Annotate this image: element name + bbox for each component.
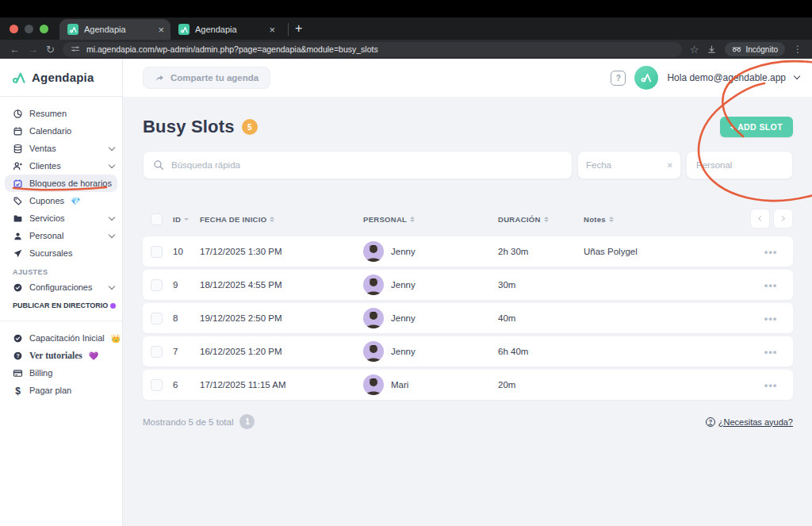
sidebar-item-ventas[interactable]: Ventas [0,140,122,157]
pie-chart-icon [13,109,23,119]
column-header-fecha-de-inicio[interactable]: FECHA DE INICIO [200,215,363,224]
new-tab-button[interactable]: + [295,21,302,40]
row-checkbox[interactable] [151,279,163,291]
sidebar-item-cupones[interactable]: Cupones 💎 [0,192,122,209]
reload-button[interactable]: ↻ [46,44,55,55]
forward-button[interactable]: → [28,44,38,55]
brand: Agendapia [0,59,122,97]
table-row[interactable]: 10 17/12/2025 1:30 PM Jenny 2h 30m Uñas … [143,236,793,267]
table-row[interactable]: 6 17/12/2025 11:15 AM Mari 20m ••• [143,370,793,400]
address-bar[interactable]: mi.agendapia.com/wp-admin/admin.php?page… [63,42,682,57]
date-filter-input[interactable] [586,160,665,170]
date-filter-box[interactable]: × [577,151,681,179]
close-tab-icon[interactable]: × [269,25,275,35]
quick-search-box[interactable] [143,151,573,179]
close-window-button[interactable] [10,25,18,33]
share-agenda-button[interactable]: Comparte tu agenda [143,67,270,89]
busy-slots-page: Busy Slots 5 + ADD SLOT × [123,97,812,526]
site-settings-icon[interactable] [71,44,80,54]
user-greeting[interactable]: Hola demo@agendable.app [667,72,786,83]
column-header-duracion[interactable]: DURACIÓN [498,215,584,224]
row-actions-icon[interactable]: ••• [756,246,785,258]
user-icon [13,231,23,241]
sidebar-item-resumen[interactable]: Resumen [0,105,122,122]
sidebar-nav: Resumen Calendario Ventas Clientes [0,97,122,399]
search-input[interactable] [171,160,562,170]
check-circle-icon [13,282,23,293]
browser-tab-active[interactable]: Agendapia × [59,19,170,40]
sidebar-item-pagar-plan[interactable]: $ Pagar plan [0,382,122,399]
clear-date-icon[interactable]: × [668,160,672,170]
zoom-window-button[interactable] [40,25,48,33]
dollar-icon: $ [13,386,23,396]
sidebar-item-sucursales[interactable]: Sucursales [0,244,122,262]
cell-id: 7 [173,347,200,356]
agendapia-favicon [67,24,79,35]
bookmark-star-icon[interactable]: ☆ [690,44,699,55]
avatar [363,308,384,328]
chevron-down-icon [109,161,115,167]
sidebar-item-ver-tutoriales[interactable]: Ver tutoriales 💜 [0,347,122,364]
sidebar-item-label: Configuraciones [29,282,93,292]
page-number-badge[interactable]: 1 [239,414,255,429]
personal-filter-input[interactable] [696,160,783,170]
table-row[interactable]: 9 18/12/2025 4:55 PM Jenny 30m ••• [143,270,793,300]
gem-emoji: 💎 [71,197,80,205]
agendapia-logo-icon [11,70,27,86]
sidebar-item-servicios[interactable]: Servicios [0,209,122,227]
column-header-id[interactable]: ID [173,215,200,224]
question-circle-icon [13,351,23,361]
need-help-link[interactable]: ? ¿Necesitas ayuda? [706,417,793,427]
cell-start: 17/12/2025 1:30 PM [200,247,363,256]
add-slot-button[interactable]: + ADD SLOT [720,117,793,137]
sidebar-item-label: Ventas [29,144,56,153]
minimize-window-button[interactable] [25,25,33,33]
sidebar-item-publicar-en-directorio[interactable]: PUBLICAR EN DIRECTORIO [0,296,122,309]
browser-toolbar: ← → ↻ mi.agendapia.com/wp-admin/admin.ph… [0,40,812,59]
sidebar-item-clientes[interactable]: Clientes [0,157,122,175]
table-row[interactable]: 7 16/12/2025 1:20 PM Jenny 6h 40m ••• [143,336,793,367]
user-avatar[interactable] [634,66,658,90]
chevron-down-icon[interactable] [794,73,800,79]
row-actions-icon[interactable]: ••• [756,346,785,358]
row-actions-icon[interactable]: ••• [756,313,785,324]
cell-duration: 20m [498,380,584,390]
table-row[interactable]: 8 19/12/2025 2:50 PM Jenny 40m ••• [143,303,793,333]
row-checkbox[interactable] [151,346,163,358]
browser-menu-icon[interactable]: ⋮ [793,44,802,55]
sidebar-item-bloqueos-de-horarios[interactable]: Bloqueos de horarios [5,175,117,192]
row-checkbox[interactable] [151,379,163,391]
cell-start: 16/12/2025 1:20 PM [200,347,363,356]
cell-id: 10 [173,247,200,256]
url-text[interactable]: mi.agendapia.com/wp-admin/admin.php?page… [86,44,378,54]
back-button[interactable]: ← [10,44,20,55]
window-controls[interactable] [0,25,59,40]
sidebar-item-label: Sucursales [29,248,72,258]
prev-page-button[interactable] [750,209,770,228]
share-icon [155,73,165,83]
credit-card-icon [13,368,23,378]
help-bubble-icon[interactable]: ? [611,71,626,86]
close-tab-icon[interactable]: × [158,25,164,35]
filters-bar: × [143,151,793,179]
row-actions-icon[interactable]: ••• [756,279,785,291]
row-checkbox[interactable] [151,313,163,324]
browser-tab-inactive[interactable]: Agendapia × [170,19,282,40]
next-page-button[interactable] [773,209,793,228]
calendar-icon [13,126,23,136]
downloads-icon[interactable] [707,44,717,55]
sidebar-item-capacitacion-inicial[interactable]: Capacitación Inicial 👑 [0,329,122,347]
sidebar-item-configuraciones[interactable]: Configuraciones [0,278,122,296]
sidebar-item-billing[interactable]: Billing [0,364,122,382]
cell-personal: Jenny [391,313,416,323]
column-header-personal[interactable]: PERSONAL [363,215,498,224]
select-all-checkbox[interactable] [151,213,163,225]
database-icon [13,144,23,154]
column-header-notes[interactable]: Notes [584,215,756,224]
sidebar-item-label: Capacitación Inicial [29,333,105,343]
sidebar-item-calendario[interactable]: Calendario [0,122,122,140]
row-checkbox[interactable] [151,246,163,258]
personal-filter-box[interactable] [686,151,793,179]
row-actions-icon[interactable]: ••• [756,379,785,391]
sidebar-item-personal[interactable]: Personal [0,227,122,244]
